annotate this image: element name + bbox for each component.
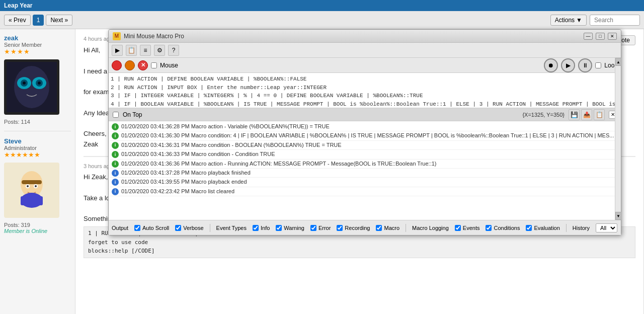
prev-button[interactable]: « Prev [4, 15, 31, 26]
log-text: 01/20/2020 03:41:36:36 PM Macro action -… [121, 160, 436, 168]
evaluation-label: Evaluation [534, 225, 559, 231]
actions-button[interactable]: Actions ▼ [550, 15, 587, 26]
history-label: History [573, 225, 590, 231]
close-button[interactable]: ✕ [608, 33, 617, 40]
user2-avatar-img [7, 165, 57, 215]
coord-display: {X=1325, Y=350} [522, 112, 565, 118]
macro-log-header: On Top {X=1325, Y=350} 💾 📤 📋 ✕ ▲ [109, 108, 621, 121]
log-icon: i [112, 188, 119, 195]
svg-point-13 [27, 185, 29, 187]
recording-label: Recording [345, 225, 370, 231]
log-text: 01/20/2020 03:41:36:28 PM Macro action -… [121, 123, 330, 130]
scroll-up-arrow[interactable]: ▲ [615, 58, 621, 66]
user2-info: Steve Administrator ★★★★★★ Posts: 319 [4, 137, 71, 234]
log-row: i01/20/2020 03:41:37:28 PM Macro playbac… [110, 169, 620, 178]
user1-avatar-img [7, 62, 57, 112]
code-line: 3 | IF | INTEGER VARIABLE | %INTEGER% | … [111, 92, 619, 100]
user1-avatar [4, 59, 59, 115]
warning-checkbox[interactable] [276, 225, 282, 231]
toolbar-icon-4[interactable]: ⚙ [154, 45, 165, 56]
sidebar: zeak Senior Member ★★★★ Posts: 114 [0, 29, 75, 314]
search-input[interactable] [590, 15, 640, 26]
nav-bar: « Prev 1 Next » Actions ▼ [0, 11, 644, 29]
sidebar-divider [4, 131, 71, 131]
log-text: 01/20/2020 03:41:36:33 PM Macro conditio… [121, 150, 275, 158]
footer-divider1 [210, 224, 210, 232]
user1-name: zeak [4, 34, 71, 42]
code-line: 4 | IF | BOOLEAN VARIABLE | %BOOLEAN% | … [111, 100, 619, 109]
page-number: 1 [33, 15, 44, 26]
macro-window: M Mini Mouse Macro Pro — □ ✕ ▶ 📋 ≡ ⚙ ? ✕… [108, 29, 621, 236]
footer-divider2 [406, 224, 406, 232]
recording-checkbox[interactable] [337, 225, 343, 231]
chevron-down-icon: ▼ [576, 17, 582, 24]
record-play-button[interactable]: ⏺ [544, 58, 558, 72]
events-checkbox[interactable] [455, 225, 461, 231]
verbose-section: Verbose [175, 225, 203, 231]
log-icon: i [112, 179, 119, 186]
macro-toolbar: ▶ 📋 ≡ ⚙ ? [109, 43, 621, 58]
macro-checkbox[interactable] [376, 225, 382, 231]
verbose-label: Verbose [183, 225, 203, 231]
log-export-icon[interactable]: 📤 [581, 109, 592, 120]
log-row: i01/20/2020 03:41:36:33 PM Macro conditi… [110, 150, 620, 159]
log-copy-icon[interactable]: 📋 [594, 109, 605, 120]
history-select[interactable]: All [596, 223, 617, 232]
scroll-down-arrow[interactable]: ▼ [615, 212, 621, 220]
event-types-label: Event Types [216, 225, 247, 231]
log-icon: i [112, 170, 119, 177]
conditions-checkbox[interactable] [486, 225, 492, 231]
log-icon: i [112, 132, 119, 139]
error-checkbox[interactable] [310, 225, 316, 231]
log-action-buttons: 💾 📤 📋 [569, 109, 605, 120]
macro-title: Mini Mouse Macro Pro [124, 33, 581, 40]
auto-scroll-checkbox[interactable] [134, 225, 140, 231]
info-checkbox[interactable] [253, 225, 259, 231]
log-icon: i [112, 151, 119, 158]
minimize-button[interactable]: — [584, 33, 593, 40]
log-text: 01/20/2020 03:42:23:42 PM Macro list cle… [121, 188, 234, 195]
macro-titlebar: M Mini Mouse Macro Pro — □ ✕ [109, 30, 621, 43]
conditions-label: Conditions [494, 225, 520, 231]
next-button[interactable]: Next » [46, 15, 72, 26]
mouse-label: Mouse [160, 62, 178, 69]
toolbar-icon-1[interactable]: ▶ [112, 45, 123, 56]
log-text: 01/20/2020 03:41:36:30 PM Macro conditio… [121, 132, 614, 139]
pause-button[interactable]: ⏸ [578, 58, 592, 72]
mouse-checkbox[interactable] [151, 62, 157, 68]
svg-rect-10 [22, 180, 42, 184]
record-button[interactable] [112, 60, 122, 70]
info-label: Info [261, 225, 270, 231]
log-row: i01/20/2020 03:41:36:36 PM Macro action … [110, 160, 620, 169]
user2-avatar [4, 163, 59, 218]
user1-role: Senior Member [4, 42, 71, 48]
macro-log-area[interactable]: i01/20/2020 03:41:36:28 PM Macro action … [109, 121, 621, 220]
log-text: 01/20/2020 03:41:36:31 PM Macro conditio… [121, 141, 342, 149]
verbose-checkbox[interactable] [175, 225, 181, 231]
logging-label: Macro Logging [412, 225, 449, 231]
logging-section: Macro Logging [412, 225, 449, 231]
loop-checkbox[interactable] [595, 62, 601, 68]
on-top-checkbox[interactable] [113, 112, 119, 118]
play-button[interactable]: ▶ [561, 58, 575, 72]
clear-button[interactable]: ✕ [138, 60, 148, 70]
macro-code-area: 1 | RUN ACTION | DEFINE BOOLEAN VARIABLE… [109, 73, 621, 108]
evaluation-checkbox[interactable] [526, 225, 532, 231]
macro-footer: Output Auto Scroll Verbose Event Types I… [109, 220, 621, 235]
toolbar-icon-3[interactable]: ≡ [140, 45, 151, 56]
output-section: Output [112, 225, 128, 231]
scrollbar: ▲ ▼ [615, 58, 621, 220]
toolbar-icon-2[interactable]: 📋 [126, 45, 137, 56]
user1-info: zeak Senior Member ★★★★ Posts: 114 [4, 34, 71, 125]
user2-posts: Posts: 319 [4, 222, 71, 228]
log-save-icon[interactable]: 💾 [569, 109, 580, 120]
maximize-button[interactable]: □ [596, 33, 605, 40]
log-icon: i [112, 142, 119, 149]
auto-scroll-label: Auto Scroll [142, 225, 169, 231]
toolbar-icon-5[interactable]: ? [168, 45, 179, 56]
user1-posts: Posts: 114 [4, 119, 71, 125]
stop-button[interactable] [125, 60, 135, 70]
svg-rect-16 [21, 196, 43, 205]
macro-controls: ✕ Mouse ⏺ ▶ ⏸ Loop [109, 58, 621, 73]
user2-stars: ★★★★★★ [4, 151, 71, 159]
